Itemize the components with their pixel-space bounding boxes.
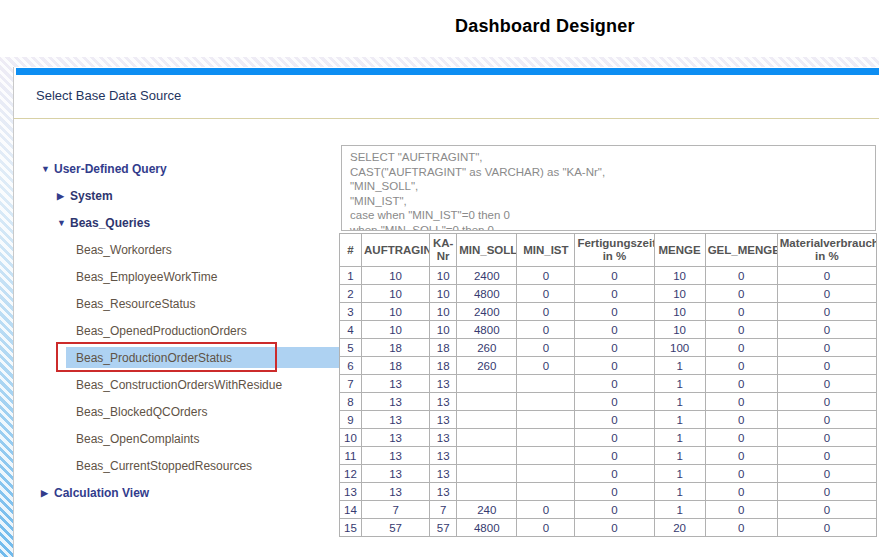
table-cell: 4800 (457, 321, 517, 339)
tree-item-beas-opencomplaints[interactable]: Beas_OpenComplaints (28, 425, 350, 452)
data-source-panel: Select Base Data Source ▼User-Defined Qu… (13, 67, 879, 557)
table-cell: 13 (362, 411, 430, 429)
table-row: 713130100 (340, 375, 877, 393)
table-cell: 13 (430, 483, 457, 501)
column-header-ka-nr: KA-Nr (430, 234, 457, 267)
table-cell: 1 (654, 483, 705, 501)
table-cell: 0 (705, 411, 777, 429)
tree-item-label: Beas_EmployeeWorkTime (76, 270, 217, 284)
table-cell: 10 (654, 285, 705, 303)
chevron-down-icon[interactable]: ▼ (57, 218, 70, 228)
table-cell: 0 (575, 321, 654, 339)
table-cell: 2400 (457, 267, 517, 285)
tree-item-label: Calculation View (54, 486, 149, 500)
table-cell: 10 (362, 267, 430, 285)
tree-item-beas-queries[interactable]: ▼Beas_Queries (28, 209, 350, 236)
table-cell: 15 (340, 519, 362, 537)
chevron-right-icon[interactable]: ▶ (41, 488, 54, 498)
table-cell (517, 393, 575, 411)
table-cell: 4800 (457, 285, 517, 303)
tree-item-calculation-view[interactable]: ▶Calculation View (28, 479, 350, 506)
table-cell (517, 465, 575, 483)
table-cell: 1 (340, 267, 362, 285)
table-cell: 0 (575, 447, 654, 465)
table-cell: 10 (340, 429, 362, 447)
tree-item-system[interactable]: ▶System (28, 182, 350, 209)
tree-item-beas-workorders[interactable]: Beas_Workorders (28, 236, 350, 263)
table-row: 813130100 (340, 393, 877, 411)
result-preview-table: #AUFTRAGINTKA-NrMIN_SOLLMIN_ISTFertigung… (339, 233, 877, 537)
table-row: 210104800001000 (340, 285, 877, 303)
tree-item-label: User-Defined Query (54, 162, 167, 176)
table-cell: 0 (777, 375, 876, 393)
tree-item-beas-resourcestatus[interactable]: Beas_ResourceStatus (28, 290, 350, 317)
sql-query-text: SELECT "AUFTRAGINT", CAST("AUFTRAGINT" a… (350, 150, 867, 231)
table-cell: 14 (340, 501, 362, 519)
table-row: 310102400001000 (340, 303, 877, 321)
table-cell: 0 (575, 429, 654, 447)
tree-item-beas-currentstoppedresources[interactable]: Beas_CurrentStoppedResources (28, 452, 350, 479)
table-row: 147724000100 (340, 501, 877, 519)
tree-item-label: Beas_CurrentStoppedResources (76, 459, 252, 473)
table-cell: 0 (705, 501, 777, 519)
table-row: 1113130100 (340, 447, 877, 465)
table-cell: 12 (340, 465, 362, 483)
table-cell: 0 (517, 501, 575, 519)
tree-item-beas-openedproductionorders[interactable]: Beas_OpenedProductionOrders (28, 317, 350, 344)
table-cell: 0 (517, 285, 575, 303)
table-cell: 10 (362, 303, 430, 321)
table-cell: 1 (654, 375, 705, 393)
tree-item-beas-constructionorderswithresidue[interactable]: Beas_ConstructionOrdersWithResidue (28, 371, 350, 398)
column-header-min-ist: MIN_IST (517, 234, 575, 267)
table-cell: 0 (575, 501, 654, 519)
table-cell: 0 (517, 519, 575, 537)
sql-preview-box[interactable]: SELECT "AUFTRAGINT", CAST("AUFTRAGINT" a… (341, 145, 876, 231)
tree-item-beas-employeeworktime[interactable]: Beas_EmployeeWorkTime (28, 263, 350, 290)
table-cell (457, 429, 517, 447)
table-cell: 0 (777, 339, 876, 357)
table-cell: 6 (340, 357, 362, 375)
table-cell: 1 (654, 465, 705, 483)
tree-item-beas-blockedqcorders[interactable]: Beas_BlockedQCOrders (28, 398, 350, 425)
table-cell (517, 375, 575, 393)
table-cell: 13 (430, 447, 457, 465)
table-cell: 0 (575, 357, 654, 375)
table-cell: 0 (705, 267, 777, 285)
tree-item-label: Beas_Queries (70, 216, 150, 230)
table-row: 410104800001000 (340, 321, 877, 339)
table-cell: 18 (430, 357, 457, 375)
table-cell: 18 (430, 339, 457, 357)
table-cell: 13 (430, 375, 457, 393)
table-cell (457, 393, 517, 411)
table-cell: 0 (575, 285, 654, 303)
table-cell: 1 (654, 357, 705, 375)
table-cell: 5 (340, 339, 362, 357)
chevron-right-icon[interactable]: ▶ (57, 191, 70, 201)
table-cell: 0 (777, 501, 876, 519)
table-cell: 0 (517, 339, 575, 357)
column-header-fertigungszeit-in: Fertigungszeit in % (575, 234, 654, 267)
table-cell: 0 (777, 285, 876, 303)
table-cell: 0 (517, 357, 575, 375)
tree-item-label: System (70, 189, 113, 203)
table-cell: 0 (777, 321, 876, 339)
table-cell: 260 (457, 357, 517, 375)
section-divider (14, 118, 879, 119)
accent-bar (16, 68, 879, 75)
table-cell: 9 (340, 411, 362, 429)
dashboard-designer-window: Dashboard Designer Select Base Data Sour… (0, 0, 879, 557)
table-cell: 0 (705, 393, 777, 411)
tree-item-beas-productionorderstatus[interactable]: Beas_ProductionOrderStatus (28, 344, 350, 371)
tree-item-user-defined-query[interactable]: ▼User-Defined Query (28, 155, 350, 182)
table-cell: 4 (340, 321, 362, 339)
table-cell: 0 (575, 465, 654, 483)
table-cell (517, 411, 575, 429)
table-cell: 100 (654, 339, 705, 357)
chevron-down-icon[interactable]: ▼ (41, 164, 54, 174)
tree-item-label: Beas_OpenedProductionOrders (76, 324, 247, 338)
table-cell: 20 (654, 519, 705, 537)
table-cell: 0 (777, 483, 876, 501)
table-cell: 13 (362, 429, 430, 447)
table-cell: 10 (430, 285, 457, 303)
table-cell (457, 447, 517, 465)
